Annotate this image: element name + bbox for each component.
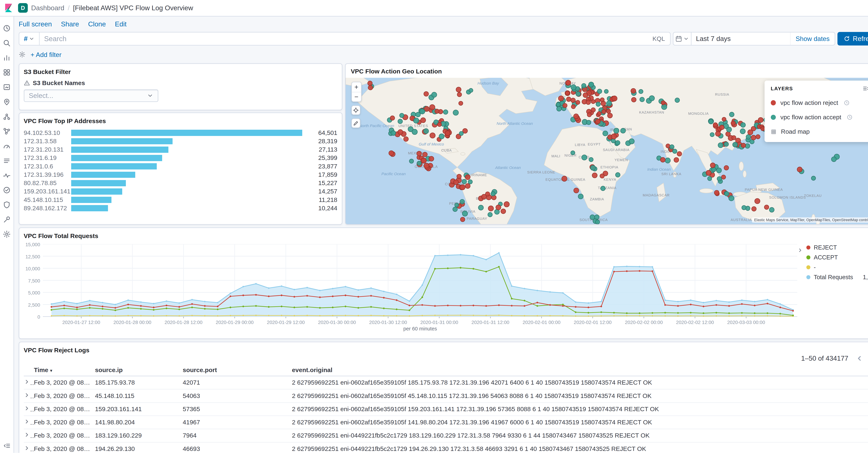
geo-point-accept[interactable] — [616, 173, 620, 177]
geo-point-reject[interactable] — [445, 130, 450, 135]
query-language-button[interactable]: KQL — [653, 35, 670, 42]
geo-point-reject[interactable] — [586, 100, 591, 104]
calendar-button[interactable] — [673, 32, 691, 45]
ip-bar[interactable] — [71, 205, 108, 211]
geo-point-accept[interactable] — [432, 92, 437, 97]
geo-point-reject[interactable] — [496, 205, 501, 210]
geo-point-accept[interactable] — [571, 151, 575, 155]
geo-point-reject[interactable] — [421, 158, 427, 163]
ip-bar[interactable] — [71, 197, 111, 203]
geo-point-reject[interactable] — [566, 97, 571, 101]
geo-point-reject[interactable] — [710, 163, 715, 168]
geo-point-reject[interactable] — [731, 121, 736, 125]
s3-bucket-select[interactable]: Select... — [24, 89, 158, 102]
geo-point-accept[interactable] — [589, 82, 594, 87]
geo-point-accept[interactable] — [557, 107, 561, 111]
geo-point-reject[interactable] — [460, 185, 465, 190]
previous-page-button[interactable] — [856, 355, 863, 362]
geo-point-accept[interactable] — [576, 91, 581, 96]
geo-point-reject[interactable] — [751, 135, 756, 140]
geo-point-accept[interactable] — [582, 84, 586, 88]
geo-point-reject[interactable] — [465, 175, 470, 180]
geo-point-reject[interactable] — [501, 209, 506, 214]
column-header-Time[interactable]: Time ▾ — [34, 366, 95, 374]
geo-point-accept[interactable] — [595, 220, 600, 224]
legend-item[interactable]: Total Requests1,226 — [806, 274, 868, 280]
menu-share[interactable]: Share — [61, 20, 79, 28]
geo-point-accept[interactable] — [811, 176, 816, 180]
collapse-layers-icon[interactable] — [863, 85, 868, 92]
geo-point-accept[interactable] — [640, 97, 645, 102]
geo-point-accept[interactable] — [578, 194, 583, 199]
ip-bar[interactable] — [71, 163, 157, 170]
geo-point-reject[interactable] — [611, 134, 617, 139]
geo-point-reject[interactable] — [571, 98, 576, 102]
geo-point-accept[interactable] — [604, 89, 608, 93]
geo-point-accept[interactable] — [459, 131, 463, 135]
expand-row-button[interactable] — [24, 405, 34, 413]
geo-point-accept[interactable] — [717, 177, 722, 181]
ip-bar[interactable] — [71, 180, 126, 186]
geo-point-reject[interactable] — [600, 174, 604, 178]
geo-point-reject[interactable] — [421, 118, 426, 123]
geo-point-accept[interactable] — [416, 112, 421, 117]
geo-point-reject[interactable] — [608, 113, 613, 118]
geo-point-reject[interactable] — [714, 190, 719, 195]
ip-bar[interactable] — [71, 147, 168, 153]
geo-point-accept[interactable] — [488, 212, 492, 217]
geo-point-reject[interactable] — [488, 206, 494, 211]
geo-point-accept[interactable] — [455, 203, 459, 207]
legend-item[interactable]: ACCEPT253 — [806, 254, 868, 261]
geo-point-reject[interactable] — [574, 114, 579, 119]
geo-point-accept[interactable] — [746, 134, 751, 139]
geo-point-accept[interactable] — [424, 128, 429, 133]
geo-point-accept[interactable] — [661, 104, 667, 110]
legend-item[interactable]: -110 — [806, 264, 868, 271]
geo-point-accept[interactable] — [603, 131, 608, 136]
geo-point-accept[interactable] — [571, 85, 576, 90]
geo-point-accept[interactable] — [708, 176, 712, 181]
geo-point-reject[interactable] — [755, 199, 760, 204]
geo-point-reject[interactable] — [602, 110, 606, 114]
geo-point-accept[interactable] — [607, 101, 612, 106]
geo-point-reject[interactable] — [417, 151, 422, 156]
geo-point-reject[interactable] — [612, 96, 617, 101]
geo-point-accept[interactable] — [462, 179, 467, 184]
geo-point-accept[interactable] — [478, 205, 484, 210]
geo-point-accept[interactable] — [742, 205, 746, 210]
geo-point-reject[interactable] — [558, 96, 564, 101]
geo-point-reject[interactable] — [437, 122, 441, 126]
geo-point-accept[interactable] — [391, 130, 396, 135]
geo-point-reject[interactable] — [715, 131, 721, 136]
zoom-out-button[interactable]: − — [352, 92, 361, 101]
sidebar-item-dev-tools[interactable] — [0, 212, 14, 227]
geo-point-reject[interactable] — [563, 103, 567, 108]
geo-point-reject[interactable] — [713, 123, 717, 127]
menu-clone[interactable]: Clone — [88, 20, 106, 28]
geo-point-accept[interactable] — [582, 155, 587, 160]
geo-point-accept[interactable] — [443, 110, 448, 114]
geo-point-accept[interactable] — [597, 89, 602, 94]
sidebar-item-uptime[interactable] — [0, 183, 14, 198]
geo-point-reject[interactable] — [562, 176, 567, 181]
geo-point-accept[interactable] — [710, 132, 714, 137]
space-badge[interactable]: D — [18, 3, 28, 13]
geo-point-reject[interactable] — [666, 144, 670, 148]
geo-point-reject[interactable] — [368, 81, 372, 85]
geo-point-reject[interactable] — [424, 91, 429, 96]
geo-point-accept[interactable] — [769, 207, 774, 212]
geo-point-reject[interactable] — [485, 192, 490, 196]
ip-bar[interactable] — [71, 172, 135, 178]
geo-point-reject[interactable] — [587, 113, 592, 117]
geo-point-accept[interactable] — [596, 102, 600, 106]
ip-bar[interactable] — [71, 138, 173, 145]
geo-point-accept[interactable] — [453, 110, 459, 115]
geo-point-reject[interactable] — [677, 152, 682, 156]
geo-point-reject[interactable] — [390, 116, 395, 120]
layer-item[interactable]: vpc flow action accept — [771, 114, 868, 121]
geo-point-accept[interactable] — [729, 195, 734, 201]
geo-point-accept[interactable] — [741, 123, 745, 127]
sidebar-item-management[interactable] — [0, 227, 14, 242]
geo-point-accept[interactable] — [724, 191, 729, 196]
add-filter-button[interactable]: + Add filter — [31, 51, 61, 59]
